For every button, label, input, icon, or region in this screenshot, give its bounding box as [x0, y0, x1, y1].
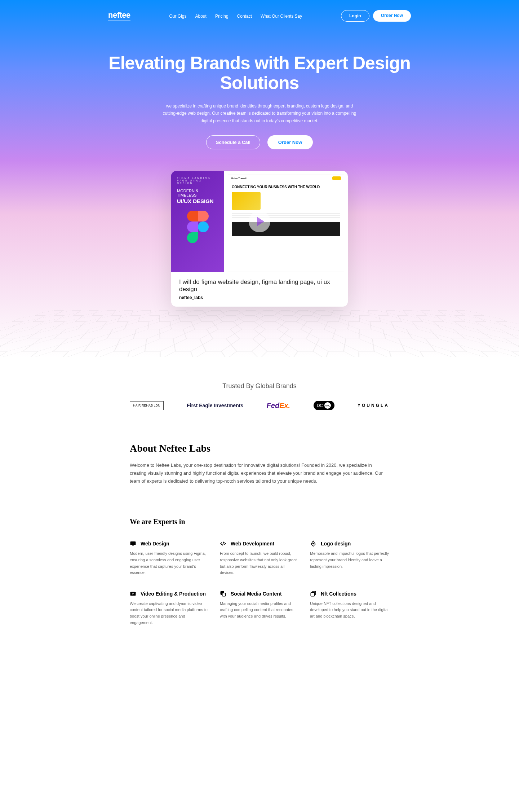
hero-ctas: Schedule a Call Order Now	[108, 135, 411, 149]
svg-rect-0	[130, 541, 136, 545]
trusted-section: Trusted By Global Brands HAIR REHAB LDN …	[0, 357, 519, 425]
gig-card[interactable]: FIGMA LANDING PAGE UI/UX DESIGN MODERN &…	[171, 171, 348, 307]
nav-contact[interactable]: Contact	[237, 14, 252, 19]
mock-headline: CONNECTING YOUR BUSINESS WITH THE WORLD	[232, 185, 340, 189]
nav-pricing[interactable]: Pricing	[215, 14, 229, 19]
schedule-call-button[interactable]: Schedule a Call	[206, 135, 260, 149]
gig-info: I will do figma website design, figma la…	[171, 272, 348, 307]
login-button[interactable]: Login	[341, 10, 369, 22]
expert-desc: From concept to launch, we build robust,…	[220, 550, 299, 576]
gig-overlay-t2: UI/UX DESIGN	[177, 198, 218, 204]
about-text: Welcome to Neftee Labs, your one-stop de…	[130, 461, 389, 485]
svg-point-3	[313, 543, 314, 544]
expert-title: Nft Collections	[321, 591, 356, 597]
nav-links: Our Gigs About Pricing Contact What Our …	[169, 13, 302, 19]
nav-actions: Login Order Now	[341, 10, 411, 22]
expert-desc: Managing your social media profiles and …	[220, 601, 299, 620]
gig-author: neftee_labs	[179, 295, 340, 300]
gig-preview-left-panel: FIGMA LANDING PAGE UI/UX DESIGN MODERN &…	[171, 171, 224, 272]
order-now-nav-button[interactable]: Order Now	[373, 10, 411, 22]
gig-title: I will do figma website design, figma la…	[179, 278, 340, 293]
expert-desc: We create captivating and dynamic video …	[130, 601, 209, 626]
gig-preview-mockup: UrbanTransit CONNECTING YOUR BUSINESS WI…	[224, 171, 348, 272]
trusted-title: Trusted By Global Brands	[130, 382, 389, 390]
hero-title: Elevating Brands with Expert Design Solu…	[108, 53, 411, 93]
nav-testimonials[interactable]: What Our Clients Say	[261, 14, 302, 19]
expert-title: Web Development	[231, 541, 274, 547]
navbar: neftee Our Gigs About Pricing Contact Wh…	[108, 7, 411, 25]
expert-title: Logo design	[321, 541, 351, 547]
svg-line-2	[223, 542, 224, 546]
video-icon	[130, 591, 136, 597]
gig-overlay-t1: MODERN & TIMELESS	[177, 189, 218, 197]
expert-social: Social Media Content Managing your socia…	[220, 591, 299, 626]
svg-rect-1	[132, 546, 134, 547]
pen-icon	[310, 540, 316, 547]
order-now-hero-button[interactable]: Order Now	[267, 135, 313, 149]
brand-youngla: YOUNGLA	[358, 403, 389, 408]
expert-title: Social Media Content	[231, 591, 282, 597]
nav-about[interactable]: About	[195, 14, 207, 19]
figma-logo-icon	[177, 211, 218, 243]
expert-nft: Nft Collections Unique NFT collections d…	[310, 591, 389, 626]
expert-desc: Unique NFT collections designed and deve…	[310, 601, 389, 620]
svg-rect-8	[311, 592, 315, 596]
gig-overlay-label: FIGMA LANDING PAGE UI/UX DESIGN	[177, 177, 218, 184]
expert-title: Video Editing & Production	[141, 591, 206, 597]
expert-video: Video Editing & Production We create cap…	[130, 591, 209, 626]
experts-grid: Web Design Modern, user-friendly designs…	[130, 540, 389, 626]
play-icon	[257, 217, 264, 226]
expert-title: Web Design	[141, 541, 169, 547]
brand-fedex: FedEx.	[267, 401, 290, 410]
hero-subtitle: we specialize in crafting unique brand i…	[159, 102, 360, 124]
brand-first-eagle: First Eagle Investments	[187, 403, 243, 408]
expert-logo: Logo design Memorable and impactful logo…	[310, 540, 389, 576]
layers-icon	[220, 591, 226, 597]
brand-row: HAIR REHAB LDN First Eagle Investments F…	[130, 401, 389, 410]
nav-gigs[interactable]: Our Gigs	[169, 14, 187, 19]
about-section: About Neftee Labs Welcome to Neftee Labs…	[0, 425, 519, 503]
hero-content: Elevating Brands with Expert Design Solu…	[108, 53, 411, 149]
monitor-icon	[130, 540, 136, 547]
expert-web-dev: Web Development From concept to launch, …	[220, 540, 299, 576]
code-icon	[220, 540, 226, 547]
experts-section: We are Experts in Web Design Modern, use…	[0, 503, 519, 655]
play-button[interactable]	[249, 211, 270, 232]
hero-section: neftee Our Gigs About Pricing Contact Wh…	[0, 0, 519, 357]
hex-pattern-bg	[0, 311, 519, 357]
svg-rect-7	[222, 593, 226, 596]
expert-desc: Memorable and impactful logos that perfe…	[310, 550, 389, 570]
brand-logo[interactable]: neftee	[108, 10, 130, 21]
about-heading: About Neftee Labs	[130, 443, 389, 454]
experts-heading: We are Experts in	[130, 518, 389, 526]
brand-dcpro: DCPRO	[314, 401, 334, 410]
brand-hair-rehab: HAIR REHAB LDN	[130, 401, 164, 410]
gig-preview-image: FIGMA LANDING PAGE UI/UX DESIGN MODERN &…	[171, 171, 348, 272]
collection-icon	[310, 591, 316, 597]
expert-web-design: Web Design Modern, user-friendly designs…	[130, 540, 209, 576]
expert-desc: Modern, user-friendly designs using Figm…	[130, 550, 209, 576]
